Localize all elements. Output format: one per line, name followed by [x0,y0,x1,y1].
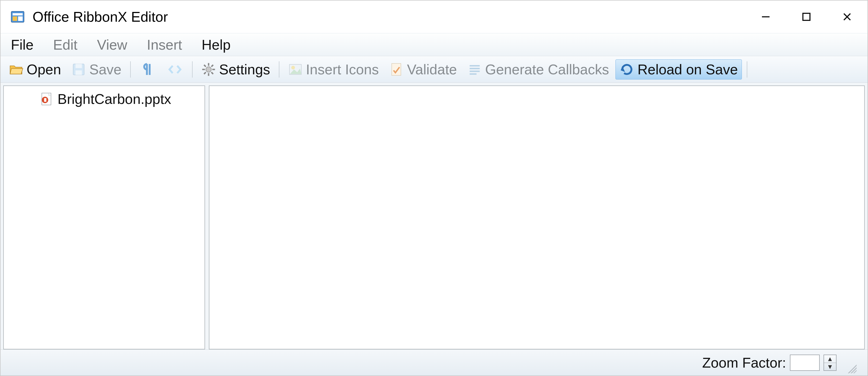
zoom-spinner[interactable]: ▲ ▼ [824,354,837,371]
svg-rect-3 [18,16,23,21]
resize-grip[interactable] [846,363,857,373]
maximize-button[interactable] [786,1,827,33]
xml-editor[interactable] [209,86,865,349]
validate-button[interactable]: Validate [385,60,461,79]
reload-on-save-label: Reload on Save [638,61,738,77]
tag-button[interactable] [163,61,187,79]
svg-line-19 [204,72,206,74]
window-controls [745,1,867,33]
menu-bar: File Edit View Insert Help [1,33,867,56]
reload-on-save-button[interactable]: Reload on Save [616,59,742,80]
open-button[interactable]: Open [5,60,65,79]
window-title: Office RibbonX Editor [33,9,168,25]
generate-callbacks-label: Generate Callbacks [485,61,609,77]
menu-insert[interactable]: Insert [144,35,185,54]
zoom-factor-input[interactable] [790,354,820,371]
spinner-down-icon[interactable]: ▼ [824,363,836,371]
status-bar: Zoom Factor: ▲ ▼ [1,349,867,375]
floppy-disk-icon [71,62,86,77]
document-tree[interactable]: BrightCarbon.pptx [3,86,205,349]
close-button[interactable] [827,1,867,33]
title-bar: Office RibbonX Editor [1,1,867,33]
pptx-file-icon [39,92,54,106]
minimize-button[interactable] [745,1,786,33]
svg-line-18 [211,65,213,67]
settings-button[interactable]: Settings [197,60,274,79]
menu-view[interactable]: View [94,35,130,54]
svg-rect-5 [803,13,810,20]
pilcrow-button[interactable] [135,61,160,79]
svg-point-21 [291,66,295,69]
folder-open-icon [9,62,23,77]
save-button[interactable]: Save [67,60,125,79]
app-window: Office RibbonX Editor File Edit View Ins… [0,0,868,376]
svg-rect-10 [75,70,82,75]
menu-file[interactable]: File [8,35,36,54]
svg-rect-2 [12,16,17,21]
checkmark-doc-icon [389,62,404,77]
svg-line-16 [204,65,206,67]
tree-item[interactable]: BrightCarbon.pptx [4,86,205,107]
menu-help[interactable]: Help [199,35,233,54]
reload-icon [620,62,634,77]
zoom-factor-label: Zoom Factor: [702,354,786,371]
open-label: Open [27,61,61,77]
toolbar-separator [130,61,131,77]
pilcrow-icon [141,62,155,77]
body-area: BrightCarbon.pptx [1,83,867,349]
toolbar-separator [192,61,193,77]
gear-icon [201,62,216,77]
svg-rect-22 [392,63,401,75]
lines-icon [467,62,482,77]
tree-item-label: BrightCarbon.pptx [58,91,171,107]
save-label: Save [89,61,122,77]
code-tag-icon [167,62,182,77]
settings-label: Settings [219,61,270,77]
toolbar: Open Save [1,56,867,83]
svg-rect-9 [75,64,82,68]
validate-label: Validate [407,61,457,77]
insert-icons-label: Insert Icons [306,61,379,77]
picture-icon [288,62,303,77]
generate-callbacks-button[interactable]: Generate Callbacks [464,60,613,79]
toolbar-separator [279,61,279,77]
app-icon [10,9,25,24]
insert-icons-button[interactable]: Insert Icons [284,60,383,79]
toolbar-separator [747,61,747,77]
svg-rect-1 [12,13,23,15]
spinner-up-icon[interactable]: ▲ [824,355,836,363]
svg-line-17 [211,72,213,74]
svg-point-11 [206,66,211,72]
svg-rect-29 [44,98,46,102]
menu-edit[interactable]: Edit [51,35,80,54]
